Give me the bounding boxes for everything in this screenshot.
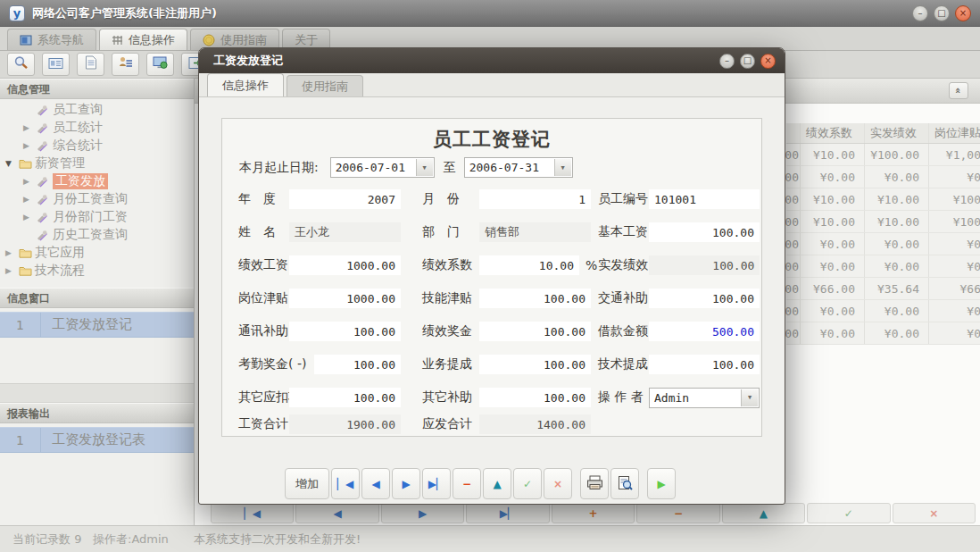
table-row[interactable]: 00 ¥10.00 ¥10.00 ¥100: [786, 211, 980, 233]
table-row[interactable]: 00 ¥10.00 ¥100.00 ¥1,00: [786, 144, 980, 166]
form-row: 年 度 2007 月 份 1 员工编号 101001: [238, 189, 760, 209]
first-button[interactable]: ▏◀: [331, 468, 360, 499]
chevron-down-icon[interactable]: ▼: [741, 389, 758, 406]
chevron-down-icon[interactable]: ▼: [554, 159, 571, 176]
delete-record-button[interactable]: −: [636, 503, 719, 523]
tree-item-overall-stats[interactable]: ▶ 综合统计: [0, 137, 194, 155]
dialog-titlebar[interactable]: 工资发放登记 – □ ×: [199, 48, 785, 73]
cell: ¥10.00: [865, 188, 929, 210]
tree-item-monthly-dept-salary[interactable]: ▶ 月份部门工资: [0, 208, 194, 226]
monitor-button[interactable]: [146, 53, 174, 76]
dialog-tab-info-operation[interactable]: 信息操作: [207, 73, 284, 96]
next-record-button[interactable]: ▶: [381, 503, 464, 523]
operator-select[interactable]: Admin ▼: [649, 388, 760, 408]
minimize-button[interactable]: –: [912, 5, 928, 21]
tree-folder-salary-management[interactable]: ▼ 薪资管理: [0, 155, 194, 172]
tree-item-monthly-salary-query[interactable]: ▶ 月份工资查询: [0, 190, 194, 208]
next-button[interactable]: ▶: [392, 468, 420, 499]
dialog-maximize-button[interactable]: □: [740, 54, 755, 69]
dialog-close-button[interactable]: ×: [760, 54, 776, 69]
attendance-bonus-field[interactable]: 100.00: [314, 355, 401, 374]
staff-button[interactable]: [112, 53, 139, 76]
tree-folder-tech-flow[interactable]: ▶ 技术流程: [0, 262, 194, 280]
dialog-tab-user-guide[interactable]: 使用指南: [287, 75, 363, 96]
prev-button[interactable]: ◀: [361, 468, 390, 499]
dialog-minimize-button[interactable]: –: [719, 54, 735, 69]
tree-item-employee-query[interactable]: 员工查询: [0, 101, 194, 119]
table-header-actual-perf[interactable]: 实发绩效: [865, 123, 929, 143]
table-header-post-allowance[interactable]: 岗位津贴: [929, 123, 980, 143]
edit-button[interactable]: ▲: [483, 468, 511, 499]
date-to-picker[interactable]: 2006-07-31 ▼: [464, 157, 573, 178]
tree-item-history-salary-query[interactable]: 历史工资查询: [0, 226, 194, 244]
post-record-button[interactable]: ✓: [807, 503, 890, 523]
cancel-button[interactable]: ×: [544, 468, 572, 499]
report-output-row[interactable]: 1 工资发放登记表: [0, 427, 194, 453]
table-row[interactable]: 00 ¥0.00 ¥0.00 ¥0: [786, 166, 980, 188]
tree-item-salary-payment[interactable]: ▶ 工资发放: [0, 172, 194, 190]
field-label: 岗位津贴: [238, 290, 289, 306]
delete-button[interactable]: −: [453, 468, 481, 499]
search-button[interactable]: [7, 53, 35, 76]
close-button[interactable]: ×: [955, 5, 971, 21]
table-row[interactable]: 00 ¥0.00 ¥0.00 ¥0: [786, 233, 980, 255]
field-label: 借款金额: [598, 323, 649, 339]
table-row[interactable]: 00 ¥66.00 ¥35.64 ¥66: [786, 278, 980, 300]
last-button[interactable]: ▶▏: [422, 468, 451, 499]
table-row[interactable]: 00 ¥0.00 ¥0.00 ¥0: [786, 255, 980, 278]
other-subsidy-field[interactable]: 100.00: [479, 388, 591, 407]
month-field[interactable]: 1: [479, 189, 591, 209]
transport-subsidy-field[interactable]: 100.00: [649, 289, 760, 308]
cell: ¥100.00: [865, 144, 929, 165]
collapse-panel-button[interactable]: «: [949, 82, 968, 99]
tree-item-label: 员工查询: [53, 102, 103, 118]
sidebar-header-info-management: 信息管理: [0, 79, 194, 99]
info-window-row[interactable]: 1 工资发放登记: [0, 312, 194, 338]
employee-id-field[interactable]: 101001: [649, 189, 760, 209]
first-record-button[interactable]: ▏◀: [211, 503, 294, 523]
last-record-button[interactable]: ▶▏: [466, 503, 549, 523]
perf-bonus-field[interactable]: 100.00: [479, 322, 591, 341]
print-preview-button[interactable]: [610, 468, 639, 499]
chevron-down-icon[interactable]: ▼: [416, 159, 433, 176]
maximize-button[interactable]: □: [934, 5, 950, 21]
add-button[interactable]: 增加: [285, 468, 329, 499]
cell: ¥0.00: [801, 233, 865, 255]
contact-card-button[interactable]: [42, 53, 70, 76]
tab-system-nav[interactable]: 系统导航: [7, 29, 96, 50]
form-row: 通讯补助 100.00 绩效奖金 100.00 借款金额 500.00: [238, 322, 760, 341]
skill-allowance-field[interactable]: 100.00: [479, 289, 591, 308]
cell-clipped: 00: [786, 300, 801, 322]
loan-amount-field[interactable]: 500.00: [649, 322, 760, 341]
edit-record-button[interactable]: ▲: [722, 503, 805, 523]
perf-salary-field[interactable]: 1000.00: [289, 255, 401, 275]
run-button[interactable]: ▶: [647, 468, 676, 499]
table-row[interactable]: 00 ¥0.00 ¥0.00 ¥0: [786, 300, 980, 322]
tree-item-employee-stats[interactable]: ▶ 员工统计: [0, 119, 194, 137]
year-field[interactable]: 2007: [289, 189, 401, 209]
post-button[interactable]: ✓: [513, 468, 542, 499]
other-deduction-field[interactable]: 100.00: [289, 388, 401, 407]
department-field: 销售部: [479, 222, 591, 242]
table-row[interactable]: 00 ¥0.00 ¥0.00 ¥0: [786, 322, 980, 345]
document-icon: [85, 55, 97, 73]
tool-icon: [37, 176, 53, 188]
post-allowance-field[interactable]: 1000.00: [289, 289, 401, 308]
document-button[interactable]: [77, 53, 104, 76]
prev-record-button[interactable]: ◀: [295, 503, 378, 523]
print-button[interactable]: [580, 468, 609, 499]
business-commission-field[interactable]: 100.00: [479, 355, 591, 374]
perf-coefficient-field[interactable]: 10.00: [479, 255, 579, 275]
comm-subsidy-field[interactable]: 100.00: [289, 322, 401, 341]
tool-icon: [37, 230, 53, 241]
cell: ¥0.00: [801, 322, 865, 344]
tech-commission-field[interactable]: 100.00: [649, 355, 760, 374]
cancel-record-button[interactable]: ×: [893, 503, 976, 523]
table-row[interactable]: 00 ¥10.00 ¥10.00 ¥100: [786, 188, 980, 211]
tree-folder-other-apps[interactable]: ▶ 其它应用: [0, 244, 194, 262]
base-salary-field[interactable]: 100.00: [649, 222, 760, 242]
add-record-button[interactable]: +: [552, 503, 635, 523]
date-from-picker[interactable]: 2006-07-01 ▼: [330, 157, 435, 178]
table-header-perf-coefficient[interactable]: 绩效系数: [801, 123, 865, 143]
tab-info-operation[interactable]: 信息操作: [99, 29, 187, 50]
